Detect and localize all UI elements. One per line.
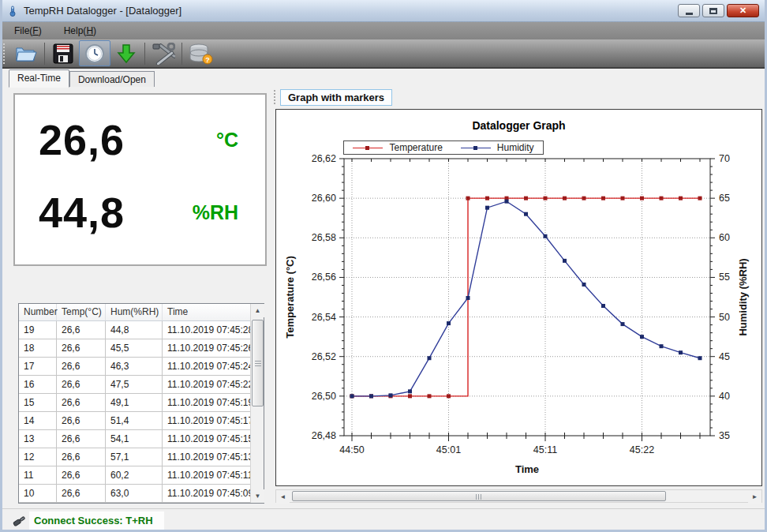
table-row[interactable]: 1926,644,811.10.2019 07:45:28	[19, 321, 264, 339]
download-arrow-icon	[116, 43, 137, 64]
toolbar-separator	[44, 43, 45, 65]
status-message: Connect Success: T+RH	[29, 511, 164, 530]
window-controls: ✕	[678, 4, 759, 17]
thumb-grip-icon	[476, 494, 482, 500]
toolbar-separator	[181, 43, 182, 65]
table-cell: 45,5	[106, 339, 163, 357]
open-folder-icon	[14, 43, 38, 64]
clock-icon	[84, 43, 106, 65]
minimize-icon	[686, 13, 693, 15]
graph-panel: Datalogger Graph Temperature Humidity 26…	[275, 109, 762, 486]
col-temp[interactable]: Temp(°C)	[57, 304, 106, 320]
connector-icon	[12, 514, 26, 528]
svg-text:45: 45	[719, 351, 730, 362]
svg-text:60: 60	[719, 232, 730, 243]
table-cell: 11.10.2019 07:45:26	[163, 339, 250, 357]
svg-text:26,58: 26,58	[312, 232, 336, 243]
humidity-unit: %RH	[193, 201, 238, 224]
left-axis-title: Temperature (°C)	[284, 256, 296, 339]
col-hum[interactable]: Hum(%RH)	[106, 304, 163, 320]
save-button[interactable]	[47, 40, 79, 66]
svg-text:55: 55	[719, 272, 730, 283]
temperature-swatch-icon	[353, 144, 383, 152]
thumb-grip-icon	[255, 360, 261, 366]
download-button[interactable]	[110, 40, 142, 66]
tools-icon	[152, 43, 175, 65]
toolbar-grip[interactable]	[3, 43, 6, 64]
scroll-left-icon[interactable]: ◄	[276, 490, 290, 504]
open-file-button[interactable]	[10, 40, 42, 66]
table-cell: 11	[19, 466, 57, 484]
tab-download-open[interactable]: Download/Open	[69, 71, 155, 87]
maximize-icon	[709, 8, 717, 14]
scroll-right-icon[interactable]: ►	[748, 490, 761, 504]
readout-panel: 26,6 °C 44,8 %RH	[13, 93, 267, 266]
toolbar-separator	[144, 43, 145, 65]
table-cell: 26,6	[57, 321, 106, 339]
table-row[interactable]: 1726,646,311.10.2019 07:45:24	[19, 358, 264, 376]
table-cell: 26,6	[57, 394, 106, 411]
table-cell: 57,1	[106, 448, 163, 466]
svg-text:40: 40	[719, 391, 730, 402]
table-cell: 19	[19, 321, 57, 339]
realtime-button[interactable]	[79, 40, 110, 66]
legend-humidity: Humidity	[461, 142, 534, 153]
svg-text:26,50: 26,50	[312, 391, 336, 402]
tab-real-time[interactable]: Real-Time	[9, 69, 69, 88]
table-cell: 26,6	[57, 430, 106, 448]
series-humidity	[350, 200, 702, 399]
svg-text:26,62: 26,62	[312, 153, 336, 164]
hscrollbar-thumb[interactable]	[292, 491, 666, 501]
scroll-up-icon[interactable]: ▲	[251, 304, 264, 317]
table-cell: 60,2	[106, 466, 163, 484]
table-row[interactable]: 1226,657,111.10.2019 07:45:13	[19, 448, 264, 466]
col-number[interactable]: Number	[19, 304, 57, 320]
series-temperature	[350, 197, 702, 399]
humidity-swatch-icon	[461, 144, 491, 152]
table-row[interactable]: 1326,654,111.10.2019 07:45:15	[19, 430, 264, 448]
table-row[interactable]: 1626,647,511.10.2019 07:45:22	[19, 376, 264, 394]
table-row[interactable]: 1026,663,011.10.2019 07:45:09	[19, 485, 264, 503]
database-question-icon: ?	[188, 43, 213, 65]
table-cell: 47,5	[106, 376, 163, 393]
chart-title: Datalogger Graph	[276, 119, 761, 132]
svg-text:26,54: 26,54	[312, 312, 336, 323]
temperature-unit: °C	[216, 129, 238, 152]
close-button[interactable]: ✕	[727, 4, 759, 17]
graph-with-markers-button[interactable]: Graph with markers	[280, 89, 392, 106]
col-time[interactable]: Time	[163, 304, 250, 320]
table-row[interactable]: 1826,645,511.10.2019 07:45:26	[19, 339, 264, 358]
svg-text:45:01: 45:01	[436, 444, 461, 455]
table-row[interactable]: 1126,660,211.10.2019 07:45:11	[19, 466, 264, 485]
svg-text:70: 70	[719, 153, 730, 164]
svg-text:65: 65	[719, 193, 730, 204]
table-cell: 63,0	[106, 485, 163, 502]
table-scrollbar[interactable]: ▲ ▼	[250, 304, 264, 503]
menu-file[interactable]: File(F)	[6, 24, 50, 38]
table-row[interactable]: 1526,649,111.10.2019 07:45:19	[19, 394, 264, 412]
database-help-button[interactable]: ?	[185, 40, 216, 66]
table-cell: 11.10.2019 07:45:17	[163, 412, 250, 429]
svg-text:45:11: 45:11	[533, 444, 557, 455]
table-cell: 26,6	[57, 448, 106, 466]
close-icon: ✕	[739, 6, 746, 16]
menu-help[interactable]: Help(H)	[56, 24, 104, 38]
table-row[interactable]: 1426,651,411.10.2019 07:45:17	[19, 412, 264, 430]
svg-text:44:50: 44:50	[339, 444, 364, 455]
table-body: 1926,644,811.10.2019 07:45:281826,645,51…	[19, 321, 264, 503]
minimize-button[interactable]	[678, 4, 700, 17]
scroll-down-icon[interactable]: ▼	[251, 489, 264, 503]
scrollbar-thumb[interactable]	[252, 320, 264, 406]
settings-button[interactable]	[148, 40, 179, 66]
graph-hscrollbar[interactable]: ◄ ►	[275, 489, 762, 503]
table-header: Number Temp(°C) Hum(%RH) Time	[19, 304, 264, 321]
maximize-button[interactable]	[702, 4, 724, 17]
window-title: TempRH Datalogger - [Datalogger]	[24, 5, 181, 17]
graph-toolbar-grip[interactable]	[274, 90, 276, 104]
humidity-value: 44,8	[39, 188, 125, 237]
svg-text:26,56: 26,56	[312, 272, 336, 283]
svg-text:?: ?	[205, 55, 210, 63]
table-cell: 11.10.2019 07:45:19	[163, 394, 250, 411]
temperature-value: 26,6	[39, 115, 125, 164]
table-cell: 11.10.2019 07:45:28	[163, 321, 250, 339]
